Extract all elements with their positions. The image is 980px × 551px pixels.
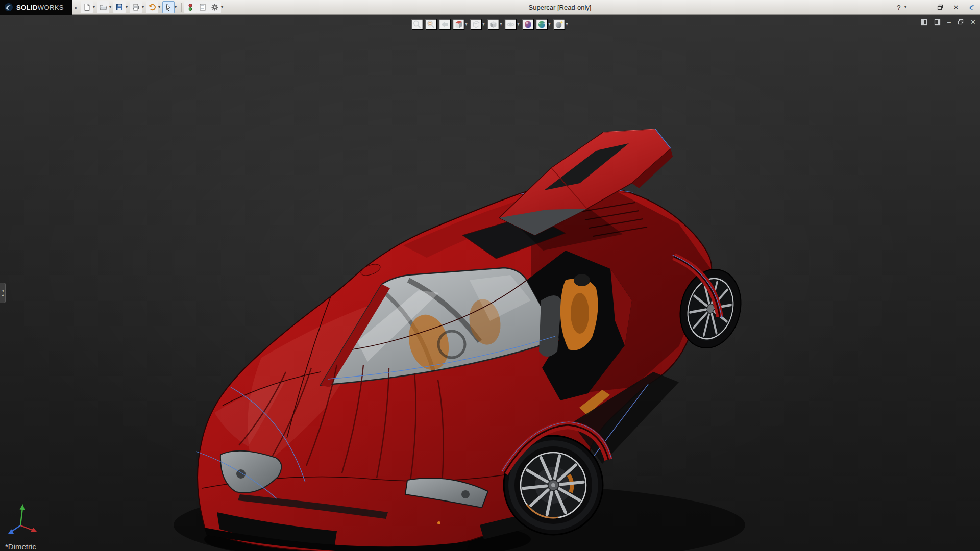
undock-pane-button[interactable] — [921, 18, 927, 26]
file-properties-icon — [199, 3, 207, 11]
print-button[interactable] — [130, 1, 142, 13]
dropdown-caret[interactable]: ▾ — [175, 5, 177, 9]
dropdown-caret[interactable]: ▾ — [221, 5, 223, 9]
doc-minimize-button[interactable]: – — [947, 18, 951, 26]
dropdown-caret[interactable]: ▾ — [904, 5, 906, 9]
save-button[interactable] — [113, 1, 126, 13]
zoom-to-area-icon — [426, 19, 436, 30]
dropdown-caret[interactable]: ▾ — [500, 22, 502, 27]
undo-button[interactable] — [146, 1, 158, 13]
hide-show-eye-icon — [506, 19, 516, 30]
edit-appearance-button[interactable] — [522, 19, 534, 30]
expand-pane-button[interactable] — [934, 18, 941, 26]
zoom-to-area-button[interactable] — [425, 19, 437, 30]
doc-restore-icon — [958, 19, 964, 25]
display-style-button[interactable] — [487, 19, 499, 30]
brand-text: SOLIDWORKS — [16, 4, 64, 11]
expand-pane-icon — [934, 19, 941, 26]
view-settings-icon — [554, 19, 565, 30]
options-button[interactable] — [209, 1, 221, 13]
headsup-view-toolbar: ▾ ▾ ▾ ▾ — [411, 19, 569, 30]
dropdown-caret[interactable]: ▾ — [142, 5, 144, 9]
quick-access-toolbar: ▾ ▾ ▾ ▾ ▾ — [81, 1, 225, 13]
view-settings-button[interactable] — [553, 19, 566, 30]
options-gear-icon — [211, 3, 219, 11]
section-view-button[interactable] — [452, 19, 464, 30]
triad-icon — [5, 500, 42, 536]
file-properties-button[interactable] — [197, 1, 209, 13]
document-window-controls: – ✕ — [921, 18, 976, 26]
car-model[interactable] — [196, 129, 749, 551]
menu-expand-arrow[interactable]: ▸ — [72, 5, 81, 10]
dropdown-caret[interactable]: ▾ — [126, 5, 128, 9]
window-title: Supercar [Read-only] — [225, 4, 895, 11]
save-icon — [115, 3, 124, 11]
dropdown-caret[interactable]: ▾ — [482, 22, 484, 27]
doc-restore-button[interactable] — [958, 18, 964, 26]
undo-icon — [148, 3, 156, 11]
select-cursor-icon — [164, 3, 173, 11]
new-document-icon — [83, 3, 91, 11]
view-orientation-icon — [471, 19, 481, 30]
open-document-button[interactable] — [97, 1, 109, 13]
titlebar: SOLIDWORKS ▸ ▾ ▾ ▾ — [0, 0, 980, 15]
3ds-brand-mark-icon — [968, 3, 976, 11]
dropdown-caret[interactable]: ▾ — [566, 22, 568, 27]
print-icon — [132, 3, 140, 11]
help-button[interactable]: ? — [895, 3, 903, 12]
rebuild-button[interactable] — [184, 1, 197, 13]
collapse-left-icon: ◂ — [2, 289, 4, 293]
dropdown-caret[interactable]: ▾ — [109, 5, 111, 9]
open-folder-icon — [99, 3, 107, 11]
dropdown-caret[interactable]: ▾ — [549, 22, 551, 27]
toolbar-separator — [181, 3, 182, 12]
zoom-to-fit-button[interactable] — [411, 19, 423, 30]
dropdown-caret[interactable]: ▾ — [93, 5, 95, 9]
restore-button[interactable] — [936, 3, 944, 12]
section-view-icon — [453, 19, 463, 30]
solidworks-logo: SOLIDWORKS — [0, 0, 72, 15]
graphics-area[interactable]: ▾ ▾ ▾ ▾ — [0, 15, 980, 551]
brand-bold: SOLID — [16, 4, 38, 11]
display-style-icon — [488, 19, 498, 30]
panel-collapse-tab[interactable]: ◂ ◂ — [0, 283, 6, 303]
undock-pane-icon — [921, 19, 927, 26]
new-document-button[interactable] — [81, 1, 93, 13]
restore-icon — [937, 4, 943, 10]
3ds-swirl-icon — [4, 3, 13, 12]
doc-close-button[interactable]: ✕ — [970, 18, 976, 26]
hide-show-items-button[interactable] — [505, 19, 517, 30]
apply-scene-button[interactable] — [536, 19, 548, 30]
previous-view-button[interactable] — [438, 19, 451, 30]
dropdown-caret[interactable]: ▾ — [518, 22, 520, 27]
zoom-to-fit-icon — [412, 19, 422, 30]
window-controls: ? ▾ – ✕ — [895, 3, 980, 12]
view-orientation-label: *Dimetric — [5, 542, 36, 551]
dropdown-caret[interactable]: ▾ — [158, 5, 160, 9]
amber-marker — [437, 521, 440, 524]
select-tool-button[interactable] — [162, 1, 175, 13]
rebuild-icon — [186, 3, 194, 11]
minimize-button[interactable]: – — [920, 3, 928, 12]
collapse-left-icon: ◂ — [2, 293, 4, 297]
orientation-triad — [5, 500, 42, 538]
apply-scene-icon — [537, 19, 547, 30]
view-orientation-button[interactable] — [470, 19, 482, 30]
car-model-scene[interactable] — [0, 15, 980, 551]
edit-appearance-icon — [523, 19, 533, 30]
previous-view-icon — [439, 19, 450, 30]
dropdown-caret[interactable]: ▾ — [465, 22, 467, 27]
close-button[interactable]: ✕ — [952, 3, 960, 12]
brand-light: WORKS — [38, 4, 64, 11]
